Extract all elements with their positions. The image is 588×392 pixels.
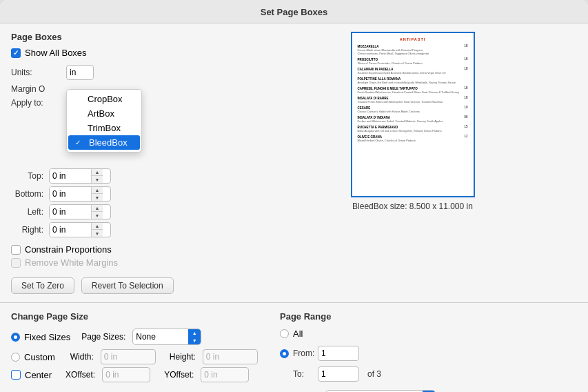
bottom-decrement[interactable]: ▼ (92, 194, 103, 201)
fixed-sizes-radio[interactable] (11, 333, 20, 342)
page-range-section: Page Range All From: To: of 3 (280, 311, 577, 392)
all-radio[interactable] (280, 329, 289, 338)
preview-content: ANTIPASTI 18MOZZARELLA House-Made warm M… (352, 33, 474, 148)
show-all-checkbox[interactable] (11, 48, 21, 58)
trimbox-label: TrimBox (88, 123, 121, 133)
check-mark: ✓ (75, 139, 85, 146)
bottom-stepper: ▲ ▼ (49, 186, 111, 202)
preview-menu-title: ANTIPASTI (358, 37, 468, 41)
top-label: Top: (11, 171, 49, 181)
custom-label: Custom (24, 352, 55, 362)
change-page-size-title: Change Page Size (11, 311, 266, 322)
buttons-row: Set To Zero Revert To Selection (11, 277, 239, 294)
left-decrement[interactable]: ▼ (92, 212, 103, 219)
remove-margins-checkbox[interactable] (11, 258, 21, 268)
bottom-stepper-buttons: ▲ ▼ (91, 187, 103, 201)
bottom-label: Bottom: (11, 189, 49, 199)
page-range-title: Page Range (280, 311, 577, 322)
bottom-row: Bottom: ▲ ▼ (11, 186, 239, 202)
of-text: of 3 (367, 369, 381, 379)
page-sizes-down[interactable]: ▼ (188, 337, 201, 344)
right-stepper: ▲ ▼ (49, 222, 111, 237)
width-input[interactable] (101, 349, 156, 364)
constrain-row: Constrain Proportions (11, 244, 239, 255)
preview-frame: ANTIPASTI 18MOZZARELLA House-Made warm M… (351, 32, 475, 197)
page-sizes-up[interactable]: ▲ (188, 329, 201, 337)
dropdown-item-artbox[interactable]: ArtBox (67, 106, 141, 121)
top-stepper-buttons: ▲ ▼ (91, 169, 103, 183)
center-label: Center (25, 370, 52, 380)
yoffset-input[interactable] (201, 367, 249, 382)
top-stepper: ▲ ▼ (49, 168, 111, 184)
apply-to-row: Apply to: CropBox ArtBox (11, 98, 239, 108)
list-item: 18PROSCIUTTO Slices of Parma Prosciutto,… (358, 57, 468, 65)
revert-to-selection-button[interactable]: Revert To Selection (81, 277, 174, 294)
from-label: From: (293, 349, 314, 358)
custom-radio[interactable] (11, 353, 20, 362)
left-panel: Page Boxes Show All Boxes Units: Margin … (11, 32, 239, 294)
list-item: 12OLIVE E GRANA Mixed Herbed Olives, Chu… (358, 135, 468, 142)
dropdown-item-bleedbox[interactable]: ✓ BleedBox (68, 135, 140, 150)
center-checkbox[interactable] (11, 370, 21, 380)
right-row: Right: ▲ ▼ (11, 222, 239, 237)
list-item: 56INSALATA D' INDIANA Endive and Watercr… (358, 115, 468, 123)
from-input[interactable] (318, 346, 359, 361)
right-preview: ANTIPASTI 18MOZZARELLA House-Made warm M… (248, 32, 577, 294)
list-item: 19CESARE Classic Caesar's Salad with Hou… (358, 106, 468, 113)
page-boxes-title: Page Boxes (11, 32, 239, 42)
top-input[interactable] (50, 169, 91, 183)
list-item: 15RUCHETTA E PARMIGIANO Baby Arugula wit… (358, 125, 468, 133)
list-item: 18MOZZARELLA House-Made warm Mozzarella … (358, 44, 468, 55)
constrain-checkbox[interactable] (11, 245, 21, 255)
custom-row: Custom Width: Height: (11, 349, 266, 364)
yoffset-label: YOffset: (164, 370, 194, 380)
bottom-increment[interactable]: ▲ (92, 187, 103, 194)
left-stepper-buttons: ▲ ▼ (91, 205, 103, 219)
preview-items: 18MOZZARELLA House-Made warm Mozzarella … (358, 44, 468, 142)
height-input[interactable] (203, 349, 258, 364)
apply-to-dropdown-menu: CropBox ArtBox TrimBox ✓ BleedBox (66, 89, 142, 153)
right-input[interactable] (50, 223, 91, 237)
page-sizes-label: Page Sizes: (81, 332, 125, 342)
page-sizes-select[interactable]: None (133, 329, 188, 344)
cropbox-label: CropBox (88, 94, 123, 104)
apply-to-label: Apply to: (11, 98, 66, 108)
right-decrement[interactable]: ▼ (92, 230, 103, 237)
artbox-label: ArtBox (88, 108, 114, 119)
right-stepper-buttons: ▲ ▼ (91, 223, 103, 237)
left-increment[interactable]: ▲ (92, 205, 103, 212)
bottom-input[interactable] (50, 187, 91, 201)
to-row: To: of 3 (280, 366, 577, 382)
from-radio[interactable] (280, 349, 289, 358)
xoffset-input[interactable] (102, 367, 150, 382)
left-input[interactable] (50, 205, 91, 219)
right-label: Right: (11, 225, 49, 235)
show-all-row: Show All Boxes (11, 48, 239, 58)
right-increment[interactable]: ▲ (92, 223, 103, 230)
page-sizes-dropdown[interactable]: None ▲ ▼ (132, 329, 201, 345)
left-label: Left: (11, 207, 49, 217)
left-stepper: ▲ ▼ (49, 204, 111, 219)
remove-margins-label: Remove White Margins (25, 257, 118, 268)
units-label: Units: (11, 68, 66, 77)
height-label: Height: (170, 352, 196, 362)
top-increment[interactable]: ▲ (92, 169, 103, 176)
to-label: To: (293, 369, 314, 379)
units-input[interactable] (66, 65, 94, 80)
left-row: Left: ▲ ▼ (11, 204, 239, 219)
list-item: 18CAPRESE, FUNGHI E MELE TARTUFATO Fresh… (358, 86, 468, 94)
number-inputs-section: Top: ▲ ▼ Bottom: ▲ (11, 168, 239, 240)
dropdown-item-trimbox[interactable]: TrimBox (67, 121, 141, 135)
top-decrement[interactable]: ▼ (92, 176, 103, 183)
set-to-zero-button[interactable]: Set To Zero (11, 277, 74, 294)
to-input[interactable] (318, 366, 359, 382)
xoffset-label: XOffset: (65, 370, 95, 380)
width-label: Width: (70, 352, 94, 362)
dropdown-item-cropbox[interactable]: CropBox (67, 92, 141, 106)
bottom-section: Change Page Size Fixed Sizes Page Sizes:… (0, 302, 588, 392)
set-page-boxes-dialog: Set Page Boxes Page Boxes Show All Boxes… (0, 0, 588, 392)
show-all-label: Show All Boxes (25, 48, 87, 58)
top-row: Top: ▲ ▼ (11, 168, 239, 184)
bleedbox-size-info: BleedBox size: 8.500 x 11.000 in (352, 202, 473, 211)
remove-margins-row: Remove White Margins (11, 257, 239, 268)
